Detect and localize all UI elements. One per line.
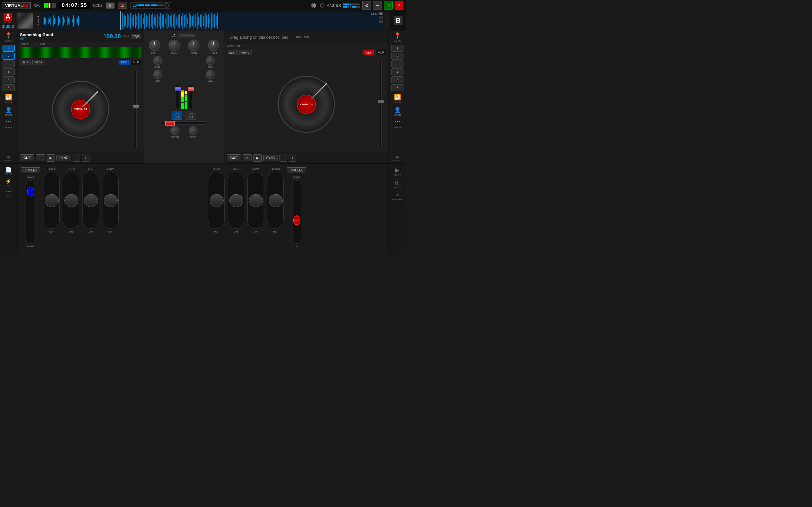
headphone-button-a[interactable]: 🎧 xyxy=(171,111,183,120)
mode-button-screen[interactable]: 🖥 xyxy=(106,3,114,9)
crossfader-track[interactable] xyxy=(162,121,206,124)
sync-button-b[interactable]: SYNC xyxy=(263,155,278,161)
low-knob-b[interactable] xyxy=(206,70,215,79)
cue-button-b[interactable]: CUE xyxy=(227,154,241,161)
pads-icon[interactable]: ⊞ PADS xyxy=(394,179,401,189)
slip-button-b[interactable]: SLIP xyxy=(227,50,238,55)
filter-thumb-left xyxy=(45,194,59,207)
bpm-label-b: BPM xyxy=(296,36,302,39)
pause-button-a[interactable]: ⏸ xyxy=(36,154,45,161)
turntable-b[interactable]: VIRTUALDJ xyxy=(278,76,335,133)
filter-knob-b[interactable] xyxy=(189,126,198,135)
close-button[interactable]: ✕ xyxy=(395,1,403,10)
sidebar-cues-right[interactable]: 📍 CUES xyxy=(394,32,401,42)
low-channel-right: LOW 0% xyxy=(247,167,264,233)
filter-fader-left[interactable] xyxy=(43,172,60,229)
pads-label: PADS xyxy=(394,186,401,189)
eq-icon[interactable]: ⚡ EQ xyxy=(5,178,12,187)
minus-button-b[interactable]: − xyxy=(280,154,287,162)
cue-slot-r3[interactable]: 3 xyxy=(392,60,403,67)
fader-track-b[interactable] xyxy=(189,84,192,109)
sidebar-user-left[interactable]: 👤 USER xyxy=(5,107,12,117)
low-fader-left[interactable] xyxy=(102,172,119,229)
cue-slot-r6[interactable]: 6 xyxy=(392,84,403,91)
sidebar-user-right[interactable]: 👤 USER xyxy=(394,107,401,117)
gain-knob-b[interactable] xyxy=(188,40,200,51)
cue-slot-6[interactable]: 6 xyxy=(3,84,14,91)
files-icon[interactable]: 📄 FILES xyxy=(5,167,12,176)
vinyl-button-b[interactable]: VINYL xyxy=(239,50,252,55)
cue-slot-r5[interactable]: 5 xyxy=(392,76,403,83)
mini-waveform[interactable] xyxy=(20,47,141,58)
mid-fader-left[interactable] xyxy=(83,172,99,229)
cue-slot-2[interactable]: 2 xyxy=(3,53,14,60)
mid-fader-right[interactable] xyxy=(228,172,244,229)
sidebar-wave-left[interactable]: 〰 WAVE xyxy=(5,119,12,129)
nav-s[interactable]: S xyxy=(379,12,383,15)
sidebar-loop-left[interactable]: 🔁 LOOP xyxy=(5,94,12,104)
arrow-up[interactable]: ▲ xyxy=(37,14,39,17)
cue-slot-r4[interactable]: 4 xyxy=(392,68,403,75)
low-fader-right[interactable] xyxy=(247,172,264,229)
maximize-button[interactable]: □ xyxy=(384,1,393,10)
low-knob-a[interactable] xyxy=(153,70,162,79)
plus-button-a[interactable]: + xyxy=(82,154,90,162)
sidebar-wave-right[interactable]: 〰 WAVE xyxy=(394,119,401,129)
cue-slot-r1[interactable]: 1 xyxy=(392,45,403,52)
mid-pct-left: 0% xyxy=(89,230,93,233)
cue-slot-r2[interactable]: 2 xyxy=(392,53,403,60)
master-gain-channel: GAIN dB xyxy=(292,176,301,248)
minimize-button[interactable]: ─ xyxy=(373,1,382,10)
db-label: dB xyxy=(295,245,298,248)
play-button-b[interactable]: ▶ xyxy=(253,154,262,162)
play-button-a[interactable]: ▶ xyxy=(47,154,55,162)
video-icon[interactable]: ▶ VIDEO xyxy=(394,167,402,176)
gain-info: -0.0 dB xyxy=(20,43,29,46)
gain-fader-left[interactable] xyxy=(26,180,35,244)
mid-knob-a[interactable] xyxy=(153,56,162,65)
gain-fader-right[interactable] xyxy=(292,180,301,244)
pitch-fader-b[interactable] xyxy=(376,60,386,149)
filter-knob-a[interactable] xyxy=(170,126,179,135)
key-button[interactable]: KEY xyxy=(119,60,129,65)
waveform-main[interactable]: Cue 2 Cue 1 xyxy=(41,11,384,30)
smart-dot-left[interactable] xyxy=(7,156,10,158)
high-fader-left[interactable] xyxy=(63,172,79,229)
smart-dot-right[interactable] xyxy=(396,156,399,158)
filter-fader-right[interactable] xyxy=(267,172,284,229)
slip-button[interactable]: SLIP xyxy=(20,60,31,65)
minus-button-a[interactable]: − xyxy=(72,154,80,162)
fader-track-a[interactable] xyxy=(176,84,179,109)
sidebar-cues-left[interactable]: 📍 CUES xyxy=(5,32,12,42)
headphone-button-b[interactable]: 🎧 xyxy=(186,111,196,120)
circles-button-right[interactable]: CIRCLES xyxy=(287,167,306,173)
cue-slot-5[interactable]: 5 xyxy=(3,76,14,83)
pause-button-b[interactable]: ⏸ xyxy=(243,154,252,161)
settings-button[interactable]: ⚙ xyxy=(362,1,371,10)
user-label-left: USER xyxy=(5,114,12,117)
tap-button[interactable]: TAP xyxy=(131,34,141,39)
circles-button-left[interactable]: CIRCLES xyxy=(20,167,40,173)
mode-button-upload[interactable]: 📤 xyxy=(118,3,127,9)
turntable-a[interactable]: VIRTUALDJ xyxy=(52,81,109,138)
plus-button-b[interactable]: + xyxy=(289,154,296,162)
mid-knob-b[interactable] xyxy=(206,56,215,65)
cue-button-a[interactable]: CUE xyxy=(20,154,34,161)
arrow-down[interactable]: ▼ xyxy=(37,24,39,26)
pitch-fader-a[interactable] xyxy=(131,69,141,149)
high-knob-a[interactable] xyxy=(149,40,160,51)
cue-slot-3[interactable]: 3 xyxy=(3,60,14,67)
svg-rect-2 xyxy=(44,17,45,25)
gain-knob-a[interactable] xyxy=(168,40,180,51)
sidebar-loop-right[interactable]: 🔁 LOOP xyxy=(394,94,401,104)
fx-icon[interactable]: 〰 FX xyxy=(6,189,11,198)
high-knob-b[interactable] xyxy=(208,40,219,51)
svg-rect-64 xyxy=(173,15,174,26)
cue-slot-4[interactable]: 4 xyxy=(3,68,14,75)
sync-button-a[interactable]: SYNC xyxy=(56,155,71,161)
cue-slot-1[interactable]: 1 xyxy=(3,45,14,52)
key-button-b[interactable]: KEY xyxy=(363,50,374,55)
master-out-icon[interactable]: ∞ MASTER xyxy=(392,191,403,201)
high-fader-right[interactable] xyxy=(208,172,224,229)
vinyl-button[interactable]: VINYL xyxy=(32,60,45,65)
